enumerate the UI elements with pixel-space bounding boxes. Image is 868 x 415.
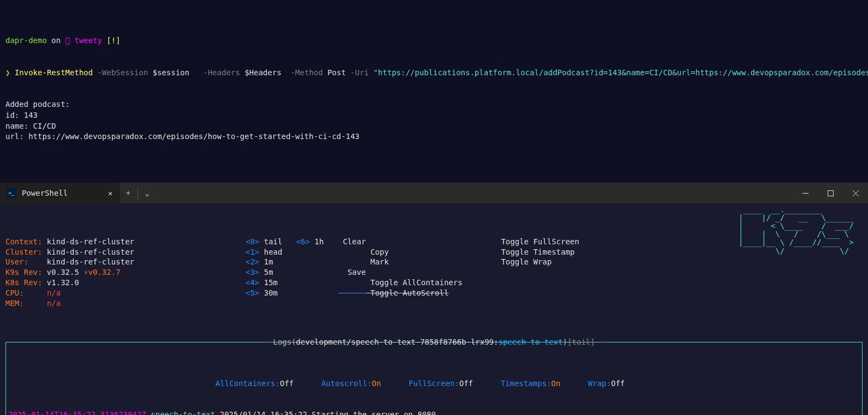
hotkey-row: <3> 5m (246, 267, 338, 278)
k9s-info-row: User: kind-ds-ref-cluster (5, 257, 246, 267)
hotkey-row: Clear (338, 237, 496, 247)
output-line: id: 143 (5, 110, 863, 121)
k9s-logo: ____ __.________ | |/ _/ __ \______ | < … (739, 206, 858, 255)
cmd-verb: Invoke-RestMethod (15, 68, 93, 77)
git-icon:  (65, 36, 70, 45)
hotkey-row: <2> 1m (246, 257, 338, 267)
svg-rect-1 (828, 190, 833, 196)
close-window-button[interactable] (843, 183, 868, 203)
tab-powershell[interactable]: >_ PowerShell ✕ (0, 183, 120, 203)
maximize-button[interactable] (818, 183, 843, 203)
hotkey-row: <5> 30m (246, 288, 338, 298)
git-flags: [!] (106, 36, 120, 45)
cmd-uri: "https://publications.platform.local/add… (373, 68, 868, 77)
k9s-info-row: CPU: n/a (5, 288, 246, 298)
k9s-info-row: K9s Rev: v0.32.5 ⚡v0.32.7 (5, 267, 246, 278)
cmd-arg: -WebSession (98, 68, 148, 77)
k9s-info-row: K8s Rev: v1.32.0 (5, 278, 246, 288)
cmd-val: $session (153, 68, 189, 77)
git-branch: tweety (74, 36, 102, 45)
k9s-hotkeys: <0> tail <6> 1h<1> head <2> 1m <3> 5m <4… (246, 237, 655, 309)
hotkey-row: Mark (338, 257, 496, 267)
tab-dropdown-button[interactable]: ⌄ (139, 183, 155, 203)
command-1: ❯ Invoke-RestMethod -WebSession $session… (5, 68, 863, 79)
cmd-arg: -Uri (350, 68, 369, 77)
logs-title: ─ Logs(development/speech-to-text-7858f8… (6, 337, 862, 347)
powershell-icon: >_ (7, 188, 16, 198)
output-line: url: https://www.devopsparadox.com/episo… (5, 131, 863, 142)
prompt-arrow: ❯ (5, 68, 10, 77)
k9s-info-row: Context: kind-ds-ref-cluster (5, 237, 246, 247)
close-tab-button[interactable]: ✕ (108, 189, 112, 197)
tab-title: PowerShell (22, 189, 103, 197)
k9s-info-row: Cluster: kind-ds-ref-cluster (5, 247, 246, 257)
k9s-info-row: MEM: n/a (5, 298, 246, 309)
k9s-pane[interactable]: ____ __.________ | |/ _/ __ \______ | < … (0, 203, 868, 415)
hotkey-row: Save (338, 267, 496, 278)
new-tab-button[interactable]: ＋ (120, 183, 136, 203)
log-line: 2025-01-14T16:35:22.313623942Z speech-to… (8, 410, 860, 415)
minimize-button[interactable] (793, 183, 818, 203)
window-titlebar: >_ PowerShell ✕ ＋ ⌄ (0, 183, 868, 203)
hotkey-row: <1> head (246, 247, 338, 257)
hotkey-row: Toggle AutoScroll (338, 288, 496, 298)
hotkey-row: Copy (338, 247, 496, 257)
hotkey-row: Toggle Timestamp (496, 247, 655, 257)
output-line: Added podcast: (5, 99, 863, 110)
k9s-header: Context: kind-ds-ref-clusterCluster: kin… (5, 237, 863, 309)
prompt-on: on (51, 36, 61, 45)
hotkey-row: Toggle Wrap (496, 257, 655, 267)
cmd-val: Post (327, 68, 346, 77)
logs-frame: ─ Logs(development/speech-to-text-7858f8… (5, 342, 863, 415)
cwd: dapr-demo (5, 36, 47, 45)
logs-status: AllContainers:Off Autoscroll:On FullScre… (8, 378, 860, 389)
k9s-info: Context: kind-ds-ref-clusterCluster: kin… (5, 237, 246, 309)
cmd-val: $Headers (244, 68, 281, 77)
upper-terminal[interactable]: dapr-demo on  tweety [!] ❯ Invoke-RestM… (0, 0, 868, 183)
prompt-1: dapr-demo on  tweety [!] (5, 35, 863, 46)
cmd-arg: -Method (291, 68, 323, 77)
logs-body[interactable]: 2025-01-14T16:35:22.313623942Z speech-to… (8, 410, 860, 415)
cmd-arg: -Headers (203, 68, 240, 77)
hotkey-row: Toggle AllContainers (338, 278, 496, 288)
hotkey-row: <4> 15m (246, 278, 338, 288)
output-line: name: CI/CD (5, 121, 863, 132)
hotkey-row: Toggle FullScreen (496, 237, 655, 247)
divider (137, 188, 138, 199)
hotkey-row: <0> tail <6> 1h (246, 237, 338, 247)
